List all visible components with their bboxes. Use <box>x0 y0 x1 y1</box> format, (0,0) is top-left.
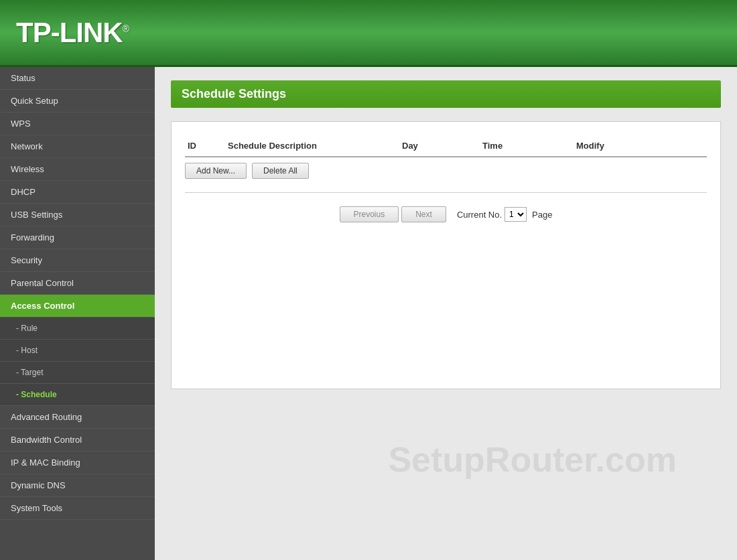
next-button[interactable]: Next <box>401 206 446 222</box>
sidebar-item-target[interactable]: - Target <box>0 362 155 384</box>
col-header-time: Time <box>482 141 576 151</box>
page-title: Schedule Settings <box>171 80 721 108</box>
sidebar-item-dynamic-dns[interactable]: Dynamic DNS <box>0 474 155 497</box>
tp-link-logo: TP-LINK® <box>16 17 129 49</box>
page-suffix-label: Page <box>532 210 552 220</box>
col-header-day: Day <box>402 141 482 151</box>
header: TP-LINK® <box>0 0 737 67</box>
sidebar-item-usb-settings[interactable]: USB Settings <box>0 204 155 226</box>
sidebar-item-forwarding[interactable]: Forwarding <box>0 226 155 249</box>
sidebar-item-access-control[interactable]: Access Control <box>0 295 155 318</box>
sidebar-item-wireless[interactable]: Wireless <box>0 158 155 181</box>
sidebar-item-rule[interactable]: - Rule <box>0 318 155 340</box>
sidebar: Status Quick Setup WPS Network Wireless … <box>0 67 155 560</box>
table-header: ID Schedule Description Day Time Modify <box>185 135 707 157</box>
sidebar-item-system-tools[interactable]: System Tools <box>0 497 155 520</box>
content-area: ID Schedule Description Day Time Modify … <box>171 121 721 389</box>
sidebar-item-quick-setup[interactable]: Quick Setup <box>0 90 155 113</box>
col-header-desc: Schedule Description <box>228 141 402 151</box>
sidebar-item-bandwidth-control[interactable]: Bandwidth Control <box>0 429 155 451</box>
sidebar-item-dhcp[interactable]: DHCP <box>0 181 155 204</box>
sidebar-item-wps[interactable]: WPS <box>0 113 155 135</box>
pagination-row: Prevoius Next Current No. 1 Page <box>185 206 707 222</box>
action-button-row: Add New... Delete All <box>185 163 707 179</box>
watermark: SetupRouter.com <box>388 439 677 480</box>
sidebar-item-schedule[interactable]: - Schedule <box>0 384 155 406</box>
sidebar-item-security[interactable]: Security <box>0 249 155 272</box>
sidebar-item-network[interactable]: Network <box>0 135 155 158</box>
col-header-id: ID <box>188 141 228 151</box>
main-content: Schedule Settings ID Schedule Descriptio… <box>155 67 737 560</box>
sidebar-item-parental-control[interactable]: Parental Control <box>0 272 155 295</box>
add-new-button[interactable]: Add New... <box>185 163 247 179</box>
page-select[interactable]: 1 <box>505 207 527 222</box>
sidebar-item-advanced-routing[interactable]: Advanced Routing <box>0 406 155 429</box>
current-no-label: Current No. <box>457 210 502 220</box>
sidebar-item-status[interactable]: Status <box>0 67 155 90</box>
sidebar-item-ip-mac-binding[interactable]: IP & MAC Binding <box>0 451 155 474</box>
sidebar-item-host[interactable]: - Host <box>0 340 155 362</box>
divider <box>185 192 707 193</box>
main-layout: Status Quick Setup WPS Network Wireless … <box>0 67 737 560</box>
col-header-modify: Modify <box>576 141 643 151</box>
previous-button[interactable]: Prevoius <box>340 206 399 222</box>
delete-all-button[interactable]: Delete All <box>252 163 309 179</box>
